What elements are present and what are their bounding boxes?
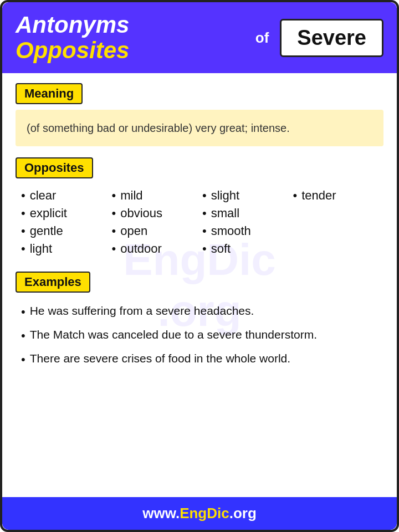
opposites-label: Opposites [16,157,93,178]
bullet-icon: • [202,224,207,238]
list-item: • The Match was canceled due to a severe… [21,326,383,345]
list-item: •gentle [21,224,112,238]
list-item: •open [112,224,203,238]
example-text: There are severe crises of food in the w… [30,350,290,367]
opposite-word: smooth [211,224,251,238]
examples-list: • He was suffering from a severe headach… [16,298,383,373]
opposite-word: clear [30,188,57,203]
bullet-icon: • [112,242,116,256]
list-item: •small [202,206,293,221]
list-item: •outdoor [112,242,203,256]
header: Antonyms Opposites of Severe [2,2,397,73]
opposite-word: outdoor [120,242,162,256]
opposite-word: soft [211,242,231,256]
footer: www.EngDic.org [2,497,397,530]
bullet-icon: • [21,303,25,321]
footer-url-end: .org [229,505,257,521]
bullet-icon: • [21,224,25,238]
bullet-icon: • [202,206,207,221]
bullet-icon: • [21,188,25,203]
bullet-icon: • [112,188,116,203]
bullet-icon: • [21,327,25,345]
bullet-icon: • [293,188,298,203]
opposite-word: light [30,242,52,256]
examples-label: Examples [16,272,90,293]
opposite-word: small [211,206,239,221]
list-item: •slight [202,188,293,203]
header-word-box: Severe [280,19,383,57]
list-item: •clear [21,188,112,203]
list-item: •smooth [202,224,293,238]
opposite-word: gentle [30,224,63,238]
list-item: •mild [112,188,203,203]
header-titles: Antonyms Opposites [16,12,247,63]
opposite-word: tender [301,188,336,203]
opposites-col-4: •tender [293,188,384,256]
list-item: • There are severe crises of food in the… [21,350,383,369]
main-content: EngDic.org Meaning (of something bad or … [2,73,397,497]
bullet-icon: • [21,351,25,369]
opposite-word: slight [211,188,239,203]
meaning-section: Meaning (of something bad or undesirable… [16,83,383,146]
list-item: •light [21,242,112,256]
opposite-word: explicit [30,206,67,221]
bullet-icon: • [21,206,25,221]
list-item: •obvious [112,206,203,221]
bullet-icon: • [202,188,207,203]
opposites-col-3: •slight •small •smooth •soft [202,188,293,256]
opposites-col-2: •mild •obvious •open •outdoor [112,188,203,256]
list-item: •tender [293,188,384,203]
footer-url-plain: www. [142,505,180,521]
bullet-icon: • [112,206,116,221]
header-word: Severe [297,26,366,49]
opposite-word: obvious [120,206,162,221]
list-item: •soft [202,242,293,256]
bullet-icon: • [202,242,207,256]
opposites-col-1: •clear •explicit •gentle •light [21,188,112,256]
opposites-grid: •clear •explicit •gentle •light •mild •o… [16,184,383,260]
examples-section: Examples • He was suffering from a sever… [16,272,383,373]
list-item: • He was suffering from a severe headach… [21,303,383,321]
header-antonyms-label: Antonyms [16,12,247,38]
footer-url-accent: EngDic [180,505,229,521]
bullet-icon: • [21,242,25,256]
example-text: He was suffering from a severe headaches… [30,303,254,319]
opposite-word: open [120,224,147,238]
content-area: Meaning (of something bad or undesirable… [16,83,383,373]
header-of-label: of [255,29,269,47]
opposites-section: Opposites •clear •explicit •gentle •ligh… [16,157,383,260]
bullet-icon: • [112,224,116,238]
meaning-text: (of something bad or undesirable) very g… [16,110,383,146]
header-opposites-label: Opposites [16,38,247,63]
list-item: •explicit [21,206,112,221]
example-text: The Match was canceled due to a severe t… [30,326,317,343]
page-wrapper: Antonyms Opposites of Severe EngDic.org … [0,0,399,532]
meaning-label: Meaning [16,83,83,104]
opposite-word: mild [120,188,142,203]
footer-url: www.EngDic.org [142,505,257,521]
